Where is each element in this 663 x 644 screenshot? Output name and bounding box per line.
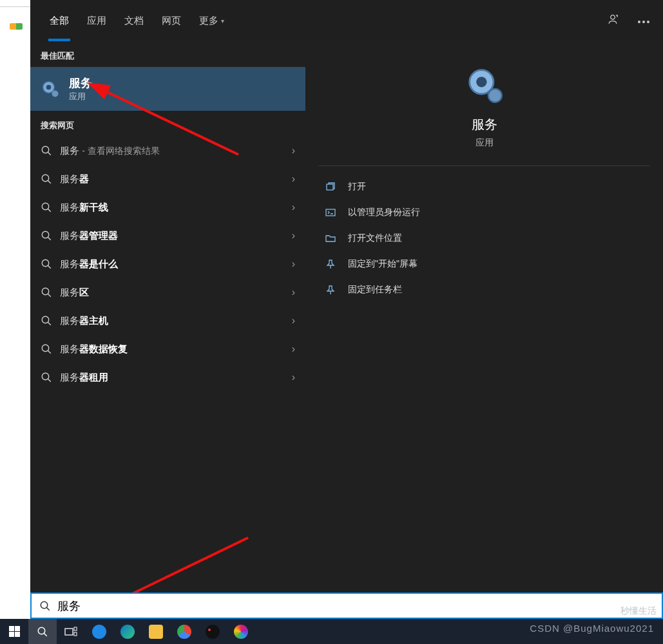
chevron-right-icon: › <box>292 230 295 242</box>
svg-rect-36 <box>74 627 77 630</box>
action-label: 以管理员身份运行 <box>348 207 420 218</box>
action-pin-start[interactable]: 固定到"开始"屏幕 <box>318 251 650 277</box>
action-pin-task[interactable]: 固定到任务栏 <box>318 277 650 303</box>
web-suggestion-row[interactable]: 服务器是什么 › <box>30 250 305 278</box>
suggestion-text: 服务器主机 <box>60 315 108 327</box>
web-suggestion-row[interactable]: 服务 - 查看网络搜索结果 › <box>30 137 305 165</box>
svg-point-14 <box>42 260 49 267</box>
chevron-right-icon: › <box>292 258 295 270</box>
taskbar-app-explorer[interactable] <box>142 619 170 644</box>
start-button[interactable] <box>0 619 28 644</box>
search-icon <box>41 173 52 185</box>
chevron-right-icon: › <box>292 343 295 355</box>
svg-point-26 <box>488 89 501 102</box>
taskbar-app-edge[interactable] <box>113 619 142 644</box>
svg-point-5 <box>52 91 59 97</box>
action-open[interactable]: 打开 <box>318 174 650 200</box>
svg-line-21 <box>48 350 51 354</box>
svg-point-1 <box>642 21 645 23</box>
feedback-icon[interactable] <box>606 13 619 28</box>
divider <box>318 166 650 166</box>
svg-rect-37 <box>74 632 77 636</box>
svg-point-20 <box>42 345 49 352</box>
svg-point-4 <box>46 85 52 90</box>
svg-rect-27 <box>327 184 333 190</box>
web-suggestion-row[interactable]: 服务器管理器 › <box>30 222 305 250</box>
tab-apps[interactable]: 应用 <box>78 0 115 41</box>
chevron-right-icon: › <box>292 202 295 213</box>
background-browser-edge <box>0 6 30 592</box>
search-input[interactable] <box>57 594 654 618</box>
svg-point-0 <box>638 21 640 23</box>
action-label: 固定到任务栏 <box>348 284 402 296</box>
svg-point-25 <box>476 77 486 87</box>
web-suggestion-row[interactable]: 服务区 › <box>30 278 305 307</box>
windows-search-panel: 全部 应用 文档 网页 更多▾ 最佳匹配 服务 应用 <box>30 0 663 592</box>
chevron-right-icon: › <box>292 372 295 383</box>
search-icon <box>39 600 51 612</box>
search-web-header: 搜索网页 <box>30 111 305 137</box>
best-match-header: 最佳匹配 <box>30 41 305 67</box>
web-suggestion-row[interactable]: 服务器 › <box>30 165 305 193</box>
search-icon <box>41 258 52 270</box>
taskbar-search[interactable] <box>28 619 57 644</box>
task-view[interactable] <box>57 619 85 644</box>
tab-web[interactable]: 网页 <box>153 0 190 41</box>
svg-line-15 <box>48 265 51 269</box>
suggestion-text: 服务器租用 <box>60 372 108 384</box>
svg-point-12 <box>42 231 49 238</box>
more-options-icon[interactable] <box>637 15 650 26</box>
taskbar-app-browser[interactable] <box>227 619 255 644</box>
suggestion-text: 服务器是什么 <box>60 258 118 270</box>
svg-line-7 <box>48 152 51 155</box>
background-logo <box>10 23 23 30</box>
search-icon <box>41 343 52 355</box>
svg-point-18 <box>42 316 49 323</box>
svg-rect-28 <box>326 209 335 216</box>
taskbar-app-cortana[interactable] <box>85 619 113 644</box>
search-icon <box>41 315 52 327</box>
web-suggestion-row[interactable]: 服务器主机 › <box>30 307 305 335</box>
tab-all[interactable]: 全部 <box>41 0 78 41</box>
suggestion-text: 服务 - 查看网络搜索结果 <box>60 145 160 157</box>
chevron-right-icon: › <box>292 315 295 327</box>
tab-more[interactable]: 更多▾ <box>190 0 233 41</box>
suggestion-text: 服务新干线 <box>60 202 108 214</box>
action-admin[interactable]: 以管理员身份运行 <box>318 200 650 225</box>
svg-point-33 <box>38 627 45 634</box>
admin-icon <box>325 207 336 218</box>
tab-docs[interactable]: 文档 <box>115 0 153 41</box>
svg-line-19 <box>48 322 51 325</box>
folder-icon <box>325 232 336 244</box>
action-folder[interactable]: 打开文件位置 <box>318 225 650 251</box>
search-icon <box>41 372 52 383</box>
web-suggestion-row[interactable]: 服务器租用 › <box>30 363 305 392</box>
web-suggestion-row[interactable]: 服务新干线 › <box>30 193 305 222</box>
action-label: 固定到"开始"屏幕 <box>348 258 418 270</box>
open-icon <box>325 181 336 193</box>
search-scope-tabs: 全部 应用 文档 网页 更多▾ <box>30 0 663 41</box>
suggestion-text: 服务器数据恢复 <box>60 343 128 355</box>
search-icon <box>41 202 52 213</box>
svg-point-6 <box>42 146 49 153</box>
svg-point-31 <box>41 601 48 609</box>
taskbar-app-chrome[interactable] <box>170 619 198 644</box>
chevron-right-icon: › <box>292 287 295 298</box>
chevron-right-icon: › <box>292 145 295 156</box>
svg-point-22 <box>42 373 49 380</box>
best-match-services[interactable]: 服务 应用 <box>30 67 305 111</box>
svg-line-13 <box>48 237 51 240</box>
action-label: 打开 <box>348 181 366 193</box>
web-suggestion-row[interactable]: 服务器数据恢复 › <box>30 335 305 363</box>
search-icon <box>41 145 52 156</box>
gear-large-icon <box>466 67 503 103</box>
svg-rect-35 <box>65 629 73 635</box>
taskbar-app-qq[interactable] <box>198 619 227 644</box>
best-match-sub: 应用 <box>69 91 92 102</box>
svg-point-16 <box>42 288 49 295</box>
results-left-column: 最佳匹配 服务 应用 搜索网页 服务 - 查看网络搜索结果 › 服务器 › 服务… <box>30 41 305 592</box>
svg-line-9 <box>48 180 51 184</box>
pin-start-icon <box>325 258 336 270</box>
search-icon <box>41 287 52 298</box>
search-input-container[interactable] <box>30 592 663 619</box>
